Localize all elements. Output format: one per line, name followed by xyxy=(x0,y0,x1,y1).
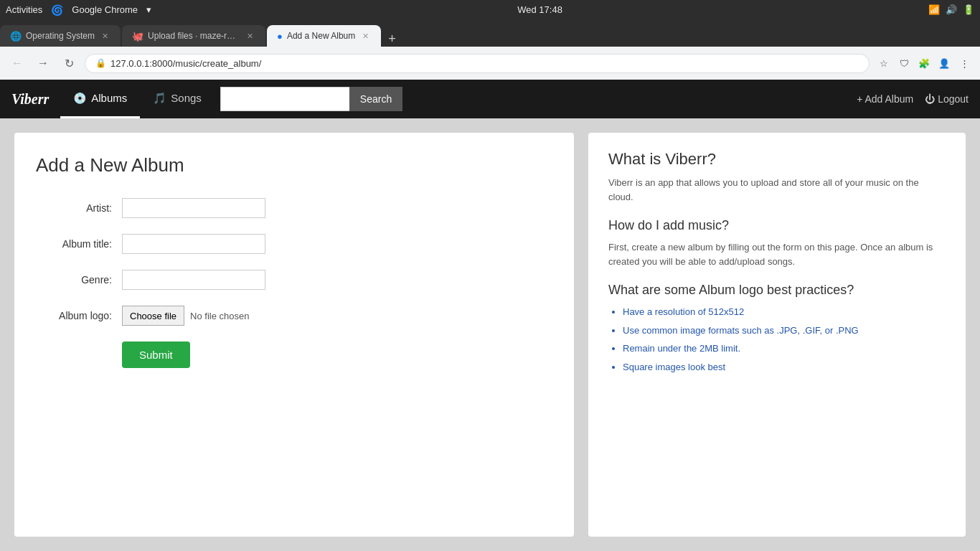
battery-icon: 🔋 xyxy=(963,4,974,15)
tab-os-title: Operating System xyxy=(26,31,95,41)
os-bar-right: 📶 🔊 🔋 xyxy=(928,4,974,15)
album-title-field-group: Album title: xyxy=(36,234,552,254)
tab-github-close[interactable]: ✕ xyxy=(244,30,255,42)
secure-icon: 🔒 xyxy=(95,58,106,68)
album-title-label: Album title: xyxy=(36,238,122,250)
file-name-display: No file chosen xyxy=(190,311,249,321)
os-bar: Activities 🌀 Google Chrome ▾ Wed 17:48 📶… xyxy=(0,0,980,19)
nav-albums[interactable]: 💿 Albums xyxy=(60,80,140,118)
list-item-square: Square images look best xyxy=(623,360,946,375)
search-button[interactable]: Search xyxy=(349,87,402,111)
shield-icon-btn[interactable]: 🛡 xyxy=(895,55,913,72)
album-title-input[interactable] xyxy=(122,234,265,254)
form-title: Add a New Album xyxy=(36,154,552,176)
clock-label: Wed 17:48 xyxy=(517,4,562,15)
url-bar[interactable]: 🔒 127.0.0.1:8000/music/create_album/ xyxy=(85,54,870,73)
chrome-favicon: 🌀 xyxy=(51,4,63,16)
info-title-2: How do I add music? xyxy=(608,218,946,233)
tab-bar: 🌐 Operating System ✕ 🐙 Upload files · ma… xyxy=(0,19,980,47)
albums-label: Albums xyxy=(91,92,127,104)
info-desc-1: Viberr is an app that allows you to uplo… xyxy=(608,176,946,204)
new-tab-button[interactable]: + xyxy=(382,32,402,47)
tab-album-title: Add a New Album xyxy=(287,31,355,41)
logout-button[interactable]: ⏻ Logout xyxy=(925,93,969,105)
list-item-formats: Use common image formats such as .JPG, .… xyxy=(623,324,946,338)
album-logo-field-group: Album logo: Choose file No file chosen xyxy=(36,306,552,326)
genre-field-group: Genre: xyxy=(36,270,552,290)
app-logo[interactable]: Viberr xyxy=(11,91,49,108)
file-input-wrapper: Choose file No file chosen xyxy=(122,306,249,326)
choose-file-button[interactable]: Choose file xyxy=(122,306,184,326)
search-bar: Search xyxy=(220,87,402,111)
url-text: 127.0.0.1:8000/music/create_album/ xyxy=(110,58,261,69)
logout-label: Logout xyxy=(938,93,969,105)
list-item-size: Remain under the 2MB limit. xyxy=(623,342,946,356)
volume-icon: 🔊 xyxy=(946,4,957,15)
submit-row: Submit xyxy=(36,342,552,368)
songs-music-icon: 🎵 xyxy=(153,92,166,105)
artist-label: Artist: xyxy=(36,202,122,214)
back-button[interactable]: ← xyxy=(7,53,27,73)
info-title-3: What are some Album logo best practices? xyxy=(608,283,946,298)
menu-button[interactable]: ⋮ xyxy=(956,55,973,72)
tab-github-favicon: 🐙 xyxy=(132,31,143,42)
nav-right-actions: + Add Album ⏻ Logout xyxy=(857,93,969,105)
tab-album-close[interactable]: ✕ xyxy=(359,30,371,42)
info-panel: What is Viberr? Viberr is an app that al… xyxy=(588,133,966,537)
address-bar: ← → ↻ 🔒 127.0.0.1:8000/music/create_albu… xyxy=(0,47,980,80)
songs-label: Songs xyxy=(171,92,202,104)
os-bar-left: Activities 🌀 Google Chrome ▾ xyxy=(6,4,151,16)
tab-os-favicon: 🌐 xyxy=(10,31,22,42)
app-navbar: Viberr 💿 Albums 🎵 Songs Search + Add Alb… xyxy=(0,80,980,118)
tab-os[interactable]: 🌐 Operating System ✕ xyxy=(0,25,121,47)
browser-frame: 🌐 Operating System ✕ 🐙 Upload files · ma… xyxy=(0,19,980,80)
tab-album[interactable]: ● Add a New Album ✕ xyxy=(267,25,381,47)
album-logo-label: Album logo: xyxy=(36,310,122,321)
browser-toolbar-icons: ☆ 🛡 🧩 👤 ⋮ xyxy=(875,55,973,72)
wifi-icon: 📶 xyxy=(928,4,940,15)
tab-os-close[interactable]: ✕ xyxy=(99,30,110,42)
list-item-resolution: Have a resolution of 512x512 xyxy=(623,305,946,319)
add-album-button[interactable]: + Add Album xyxy=(857,93,913,105)
info-desc-2: First, create a new album by filling out… xyxy=(608,240,946,268)
browser-name-label[interactable]: Google Chrome xyxy=(72,4,138,15)
albums-disc-icon: 💿 xyxy=(73,92,87,105)
reload-button[interactable]: ↻ xyxy=(59,53,79,73)
bookmark-star-button[interactable]: ☆ xyxy=(875,55,892,72)
tab-album-favicon: ● xyxy=(277,31,283,42)
info-title-1: What is Viberr? xyxy=(608,150,946,169)
logout-icon: ⏻ xyxy=(925,93,935,105)
info-best-practices-list: Have a resolution of 512x512 Use common … xyxy=(608,305,946,374)
tab-github-title: Upload files · maze-runna xyxy=(148,31,240,41)
os-bar-center: Wed 17:48 xyxy=(151,4,928,15)
submit-button[interactable]: Submit xyxy=(122,342,190,368)
artist-field-group: Artist: xyxy=(36,198,552,218)
forward-button[interactable]: → xyxy=(33,53,53,73)
search-input[interactable] xyxy=(220,87,349,111)
nav-songs[interactable]: 🎵 Songs xyxy=(140,80,215,118)
extensions-icon-btn[interactable]: 🧩 xyxy=(915,55,933,72)
tab-github[interactable]: 🐙 Upload files · maze-runna ✕ xyxy=(122,25,265,47)
artist-input[interactable] xyxy=(122,198,265,218)
profile-icon-btn[interactable]: 👤 xyxy=(936,55,953,72)
dropdown-arrow-icon: ▾ xyxy=(146,4,151,15)
genre-label: Genre: xyxy=(36,274,122,286)
activities-label[interactable]: Activities xyxy=(6,4,42,15)
form-panel: Add a New Album Artist: Album title: Gen… xyxy=(14,133,574,537)
page-content: Add a New Album Artist: Album title: Gen… xyxy=(0,118,980,551)
genre-input[interactable] xyxy=(122,270,265,290)
